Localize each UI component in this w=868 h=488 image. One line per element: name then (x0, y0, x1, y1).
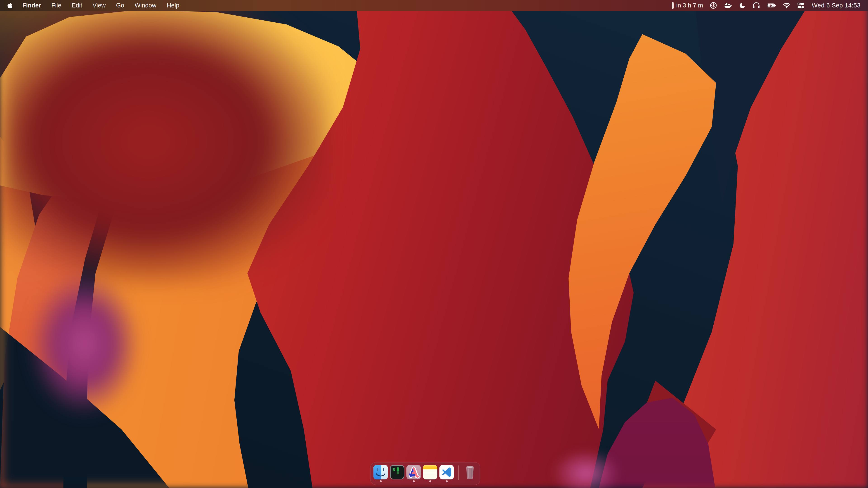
vscode-icon (439, 465, 454, 480)
control-center-menu-item[interactable] (794, 0, 808, 11)
terminal-cursor (397, 467, 399, 471)
dock-item-notes[interactable] (423, 465, 438, 482)
1password-keyhole-icon (710, 2, 717, 9)
wallpaper-magenta-petal-left (28, 271, 141, 417)
terminal-icon: $ (390, 465, 404, 480)
headphones-icon (752, 2, 760, 9)
docker-menu-item[interactable] (720, 0, 735, 11)
control-center-icon (797, 2, 804, 9)
finder-icon (373, 465, 388, 480)
menu-file[interactable]: File (46, 0, 67, 11)
running-indicator (429, 480, 431, 482)
apple-menu[interactable] (3, 0, 17, 11)
audio-output-menu-item[interactable] (749, 0, 763, 11)
wallpaper (0, 0, 868, 488)
vscode-logo (441, 466, 453, 478)
dock-item-trash[interactable] (463, 465, 477, 482)
timer-bar-icon (672, 2, 674, 9)
terminal-cursor-2 (397, 472, 399, 474)
menu-help[interactable]: Help (162, 0, 185, 11)
dock: $ (370, 462, 480, 485)
docker-whale-icon (724, 2, 732, 9)
timer-status-text: in 3 h 7 m (675, 2, 703, 9)
notes-yellow-band (423, 465, 437, 469)
trash-icon (463, 465, 477, 480)
notes-icon (423, 465, 437, 480)
app-menu-title[interactable]: Finder (17, 0, 46, 11)
wifi-menu-item[interactable] (780, 0, 794, 11)
apple-icon (7, 2, 13, 9)
dock-item-finder[interactable] (373, 465, 388, 482)
menu-bar-left: Finder File Edit View Go Window Help (0, 0, 184, 11)
dock-item-arc[interactable] (406, 465, 421, 482)
trash-can (463, 465, 477, 480)
arc-browser-icon (406, 465, 421, 480)
battery-menu-item[interactable] (763, 0, 780, 11)
moon-icon (739, 2, 746, 9)
menu-view[interactable]: View (88, 0, 111, 11)
notes-ruled-lines (423, 469, 437, 480)
battery-charging-icon (767, 3, 776, 8)
timer-status-item[interactable]: in 3 h 7 m (669, 0, 707, 11)
wallpaper-pink-wedge (551, 449, 620, 488)
finder-face (373, 465, 388, 480)
running-indicator (446, 480, 448, 482)
menu-go[interactable]: Go (111, 0, 129, 11)
terminal-prompt-glyph: $ (393, 467, 395, 472)
wifi-icon (783, 2, 790, 8)
wallpaper-darkred-bottom-left (0, 0, 330, 283)
dock-item-vscode[interactable] (439, 465, 454, 482)
focus-menu-item[interactable] (735, 0, 749, 11)
running-indicator (413, 480, 415, 482)
menu-window[interactable]: Window (129, 0, 162, 11)
desktop: Finder File Edit View Go Window Help in … (0, 0, 868, 488)
menu-edit[interactable]: Edit (66, 0, 88, 11)
menu-bar: Finder File Edit View Go Window Help in … (0, 0, 868, 11)
1password-menu-item[interactable] (706, 0, 720, 11)
running-indicator (380, 480, 382, 482)
menu-bar-clock[interactable]: Wed 6 Sep 14:53 (808, 0, 868, 11)
arc-letter-a (406, 465, 421, 480)
dock-item-terminal[interactable]: $ (390, 465, 405, 482)
menu-bar-status: in 3 h 7 m (669, 0, 868, 11)
dock-separator (458, 465, 459, 480)
